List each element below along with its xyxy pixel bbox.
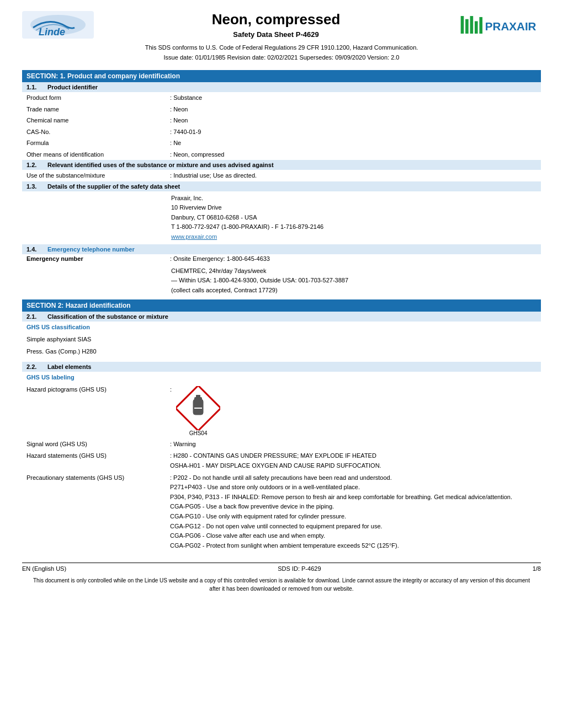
supplier-address: 10 Riverview Drive xyxy=(171,203,537,213)
value-other-id: Neon, compressed xyxy=(170,150,224,159)
subsection-1-4-header: 1.4. Emergency telephone number xyxy=(22,244,541,254)
hazard-pictograms-row: Hazard pictograms (GHS US) : GHS04 xyxy=(22,384,541,438)
subsection-1-1-rows: Product form Substance Trade name Neon C… xyxy=(22,92,541,160)
label-cas-no: CAS-No. xyxy=(26,127,170,137)
subsection-2-1-header: 2.1. Classification of the substance or … xyxy=(22,312,541,322)
footer-right: 1/8 xyxy=(533,565,541,572)
footer-center: SDS ID: P-4629 xyxy=(278,565,321,572)
main-title: Neon, compressed xyxy=(212,11,341,28)
subsection-1-1-header: 1.1. Product identifier xyxy=(22,82,541,92)
precautionary-label: Precautionary statements (GHS US) xyxy=(26,473,170,551)
chemtrec-line1: CHEMTREC, 24hr/day 7days/week xyxy=(171,266,537,276)
label-use: Use of the substance/mixture xyxy=(26,171,170,180)
svg-rect-5 xyxy=(470,16,474,34)
label-product-form: Product form xyxy=(26,93,170,103)
supplier-web: www.praxair.com xyxy=(171,232,537,242)
value-chemical-name: Neon xyxy=(170,116,188,125)
row-use: Use of the substance/mixture Industrial … xyxy=(22,170,541,181)
chemtrec-line3: (collect calls accepted, Contract 17729) xyxy=(171,286,537,296)
subsection-1-1-title: Product identifier xyxy=(47,84,98,90)
signal-word-row: Signal word (GHS US) : Warning xyxy=(22,438,541,451)
supplier-city: Danbury, CT 06810-6268 - USA xyxy=(171,213,537,223)
emergency-row: Emergency number : Onsite Emergency: 1-8… xyxy=(22,254,541,263)
sds-info-line1: This SDS conforms to U.S. Code of Federa… xyxy=(22,43,541,53)
sds-info-line2: Issue date: 01/01/1985 Revision date: 02… xyxy=(22,53,541,63)
value-cas-no: 7440-01-9 xyxy=(170,127,201,137)
subsection-1-2-number: 1.2. xyxy=(26,162,43,168)
row-cas-no: CAS-No. 7440-01-9 xyxy=(22,126,541,138)
value-formula: Ne xyxy=(170,138,181,148)
chemtrec-block: CHEMTREC, 24hr/day 7days/week — Within U… xyxy=(22,263,541,299)
label-formula: Formula xyxy=(26,138,170,148)
ghs-us-labeling-label: GHS US labeling xyxy=(22,372,541,384)
subsection-1-2-header: 1.2. Relevant identified uses of the sub… xyxy=(22,160,541,170)
page: Linde Neon, compressed Safety Data Sheet… xyxy=(0,0,563,728)
svg-rect-3 xyxy=(461,16,464,34)
svg-text:PRAXAIR: PRAXAIR xyxy=(485,20,537,33)
svg-rect-10 xyxy=(193,399,203,415)
section1-header: SECTION: 1. Product and company identifi… xyxy=(22,70,541,82)
emergency-label: Emergency number xyxy=(26,255,170,262)
value-use: Industrial use; Use as directed. xyxy=(170,171,257,180)
row-formula: Formula Ne xyxy=(22,137,541,149)
subsection-1-3-header: 1.3. Details of the supplier of the safe… xyxy=(22,181,541,191)
hazard-pictograms-label: Hazard pictograms (GHS US) xyxy=(26,386,170,393)
subsection-2-2-title: Label elements xyxy=(47,363,91,370)
ghs-class-line1: Simple asphyxiant SIAS xyxy=(22,334,541,346)
subsection-1-3-number: 1.3. xyxy=(26,183,43,190)
subsection-1-4-number: 1.4. xyxy=(26,246,43,253)
header: Linde Neon, compressed Safety Data Sheet… xyxy=(22,11,541,39)
linde-logo: Linde xyxy=(22,11,94,39)
label-trade-name: Trade name xyxy=(26,105,170,114)
title-area: Neon, compressed Safety Data Sheet P-462… xyxy=(212,11,341,39)
subsection-2-2-header: 2.2. Label elements xyxy=(22,362,541,372)
label-other-id: Other means of identification xyxy=(26,150,170,159)
subsection-1-2-rows: Use of the substance/mixture Industrial … xyxy=(22,170,541,181)
hazard-colon: : xyxy=(170,386,172,393)
subsection-2-2-number: 2.2. xyxy=(26,363,43,370)
section2: SECTION 2: Hazard identification 2.1. Cl… xyxy=(22,299,541,552)
svg-rect-4 xyxy=(465,19,469,34)
hazard-pictogram-diamond: GHS04 xyxy=(176,386,220,436)
sds-info: This SDS conforms to U.S. Code of Federa… xyxy=(22,43,541,62)
row-other-id: Other means of identification Neon, comp… xyxy=(22,149,541,160)
ghs-class-line2: Press. Gas (Comp.) H280 xyxy=(22,346,541,358)
praxair-logo: PRAXAIR xyxy=(458,11,541,39)
hazard-statements-row: Hazard statements (GHS US) : H280 - CONT… xyxy=(22,450,541,472)
row-trade-name: Trade name Neon xyxy=(22,104,541,115)
signal-word-value: : Warning xyxy=(170,440,537,449)
supplier-link[interactable]: www.praxair.com xyxy=(171,233,217,240)
subsection-2-1-title: Classification of the substance or mixtu… xyxy=(47,313,168,320)
subsection-1-4-title: Emergency telephone number xyxy=(47,246,135,253)
ghs-code-label: GHS04 xyxy=(189,430,208,436)
precautionary-row: Precautionary statements (GHS US) : P202… xyxy=(22,472,541,552)
signal-word-label: Signal word (GHS US) xyxy=(26,440,170,449)
subsection-1-3-title: Details of the supplier of the safety da… xyxy=(47,183,180,190)
supplier-info: Praxair, Inc. 10 Riverview Drive Danbury… xyxy=(22,191,541,244)
subsection-1-1-number: 1.1. xyxy=(26,84,43,90)
ghs-us-classification-label: GHS US classification xyxy=(22,322,541,334)
hazard-statements-value: : H280 - CONTAINS GAS UNDER PRESSURE; MA… xyxy=(170,451,537,470)
footer-left: EN (English US) xyxy=(22,565,66,572)
footer-bar: EN (English US) SDS ID: P-4629 1/8 xyxy=(22,563,541,572)
hazard-statements-label: Hazard statements (GHS US) xyxy=(26,451,170,470)
label-chemical-name: Chemical name xyxy=(26,116,170,125)
row-chemical-name: Chemical name Neon xyxy=(22,115,541,126)
supplier-phone: T 1-800-772-9247 (1-800-PRAXAIR) - F 1-7… xyxy=(171,222,537,232)
subsection-2-1-number: 2.1. xyxy=(26,313,43,320)
svg-text:Linde: Linde xyxy=(39,26,65,38)
section1: SECTION: 1. Product and company identifi… xyxy=(22,70,541,298)
supplier-name: Praxair, Inc. xyxy=(171,194,537,204)
value-product-form: Substance xyxy=(170,93,202,103)
svg-rect-6 xyxy=(475,21,478,34)
ghs04-icon xyxy=(176,386,220,430)
emergency-value: : Onsite Emergency: 1-800-645-4633 xyxy=(170,255,270,262)
chemtrec-line2: — Within USA: 1-800-424-9300, Outside US… xyxy=(171,276,537,286)
subsection-1-2-title: Relevant identified uses of the substanc… xyxy=(47,162,274,168)
svg-rect-12 xyxy=(196,395,200,398)
row-product-form: Product form Substance xyxy=(22,92,541,104)
section2-header: SECTION 2: Hazard identification xyxy=(22,299,541,312)
value-trade-name: Neon xyxy=(170,105,188,114)
svg-rect-7 xyxy=(479,17,482,34)
footer-note: This document is only controlled while o… xyxy=(22,576,541,593)
